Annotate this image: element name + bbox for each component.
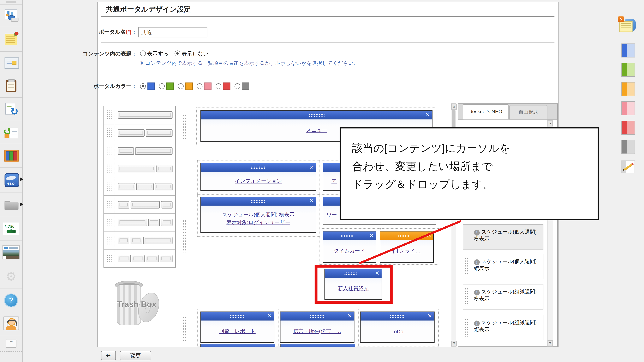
drag-handle-icon[interactable]: [464, 319, 469, 337]
change-button[interactable]: 変更: [120, 351, 151, 361]
drag-handle-icon[interactable]: [464, 288, 469, 306]
palette-item-schedule-org-vertical[interactable]: !スケジュール(組織週間) 縦表示: [463, 315, 543, 340]
sidebar-item-operator[interactable]: [0, 312, 22, 335]
theme-swatch-pink[interactable]: [622, 101, 635, 115]
content-link-timecard[interactable]: タイムカード: [334, 248, 365, 255]
drag-grip-icon[interactable]: [390, 315, 405, 318]
content-link-menu[interactable]: メニュー: [306, 127, 327, 134]
content-link-dengon[interactable]: 伝言・所在(伝言一…: [293, 328, 341, 335]
sidebar-item-tanomail[interactable]: たのめーる: [0, 217, 22, 241]
radio-show-title[interactable]: [140, 50, 146, 56]
theme-swatch-blue[interactable]: [622, 43, 635, 57]
content-link-schedule[interactable]: スケジュール(個人週間) 横表示: [222, 211, 294, 219]
content-link-todo[interactable]: ToDo: [392, 329, 404, 334]
drag-grip-icon[interactable]: [309, 114, 324, 117]
drag-handle-icon[interactable]: [104, 160, 115, 178]
palette-item-schedule-org-horizontal[interactable]: !スケジュール(組織週間) 横表示: [463, 284, 543, 310]
close-icon[interactable]: ✕: [309, 198, 314, 204]
back-button[interactable]: ↩: [101, 351, 116, 361]
close-icon[interactable]: ✕: [348, 313, 352, 319]
row-drag-handle[interactable]: [182, 114, 186, 139]
scroll-up-icon[interactable]: ▲: [452, 104, 457, 110]
layout-template-row-6[interactable]: [104, 196, 175, 214]
content-link-information[interactable]: インフォメーション: [235, 178, 282, 185]
sidebar-item-neo[interactable]: NEO: [0, 167, 22, 192]
content-box-information[interactable]: ✕ インフォメーション: [200, 163, 316, 191]
layout-template-row-4[interactable]: [104, 160, 175, 178]
drag-handle-icon[interactable]: [104, 124, 115, 142]
radio-hide-title[interactable]: [174, 50, 180, 56]
content-box-todo[interactable]: ✕ ToDo: [360, 312, 434, 343]
sidebar-item-text[interactable]: T: [0, 335, 22, 352]
theme-swatch-red[interactable]: [622, 121, 635, 135]
content-box-header[interactable]: ✕: [201, 111, 432, 120]
layout-template-row-2[interactable]: [104, 124, 175, 142]
drag-handle-icon[interactable]: [464, 257, 469, 275]
row-drag-handle[interactable]: [182, 316, 186, 341]
sidebar-item-circulation[interactable]: ↻: [0, 97, 22, 121]
sidebar-item-workflow[interactable]: ↺: [0, 121, 22, 144]
layout-template-row-8[interactable]: [104, 232, 175, 250]
theme-swatch-gray[interactable]: [622, 140, 635, 154]
drag-grip-icon[interactable]: [398, 234, 410, 238]
portal-color-radio-orange[interactable]: [178, 83, 184, 89]
close-icon[interactable]: ✕: [426, 112, 430, 118]
expand-arrow-icon[interactable]: [20, 202, 23, 206]
drag-handle-icon[interactable]: [104, 142, 115, 160]
portal-color-radio-pink[interactable]: [197, 83, 202, 89]
drag-handle-icon[interactable]: [104, 214, 115, 231]
content-link-covered-wa[interactable]: ワー: [326, 211, 337, 218]
sidebar-item-help[interactable]: ?: [0, 289, 22, 313]
drag-handle-icon[interactable]: [104, 250, 115, 267]
layout-template-row-1[interactable]: [104, 106, 175, 124]
trash-box-dropzone[interactable]: Trash Box: [107, 276, 166, 338]
portal-color-radio-blue[interactable]: [140, 83, 146, 89]
sidebar-item-portal[interactable]: [0, 4, 22, 27]
sidebar-item-settings[interactable]: ⚙: [0, 265, 22, 289]
scroll-down-icon[interactable]: ▼: [452, 341, 457, 346]
palette-item-schedule-personal-horizontal[interactable]: !スケジュール(個人週間) 横表示: [463, 224, 543, 250]
sidebar-item-photo[interactable]: [0, 240, 22, 265]
content-box-schedule[interactable]: ✕ スケジュール(個人週間) 横表示 表示対象:ログインユーザー: [200, 197, 316, 233]
content-link-kairan[interactable]: 回覧・レポート: [219, 328, 256, 335]
content-link-schedule-target[interactable]: 表示対象:ログインユーザー: [226, 219, 290, 227]
row-drag-handle[interactable]: [182, 220, 186, 252]
layout-template-row-9[interactable]: [104, 250, 175, 267]
close-icon[interactable]: ✕: [369, 232, 374, 238]
portal-color-radio-green[interactable]: [159, 83, 165, 89]
drag-grip-icon[interactable]: [340, 234, 353, 238]
drag-handle-icon[interactable]: [104, 106, 115, 124]
drag-handle-icon[interactable]: [104, 178, 115, 196]
close-icon[interactable]: ✕: [268, 313, 272, 319]
palette-item-schedule-personal-vertical[interactable]: !スケジュール(個人週間) 縦表示: [463, 254, 543, 279]
content-link-covered-a[interactable]: ア: [332, 178, 337, 185]
content-box-dengon[interactable]: ✕ 伝言・所在(伝言一…: [280, 312, 354, 343]
sidebar-item-bulletin[interactable]: [0, 51, 22, 74]
notes-badge-icon[interactable]: 5: [618, 18, 636, 34]
sidebar-item-partial[interactable]: [0, 0, 22, 4]
content-box-timecard[interactable]: ✕ タイムカード: [323, 231, 376, 263]
layout-template-row-3[interactable]: [104, 142, 175, 160]
expand-arrow-icon[interactable]: [20, 177, 23, 181]
sidebar-item-clipboard[interactable]: [0, 74, 22, 98]
edit-pencil-icon[interactable]: [622, 160, 635, 173]
tab-free-format[interactable]: 自由形式: [509, 105, 548, 119]
layout-template-row-5[interactable]: [104, 178, 175, 196]
portal-color-radio-red[interactable]: [216, 83, 221, 89]
drag-handle-icon[interactable]: [104, 196, 115, 214]
theme-swatch-orange[interactable]: [622, 82, 635, 96]
drag-handle-icon[interactable]: [104, 232, 115, 249]
close-icon[interactable]: ✕: [428, 313, 432, 319]
drag-grip-icon[interactable]: [230, 315, 245, 318]
theme-swatch-green[interactable]: [622, 63, 635, 77]
content-box-kairan[interactable]: ✕ 回覧・レポート: [200, 312, 274, 343]
scroll-down-icon[interactable]: ▼: [548, 340, 553, 346]
sidebar-item-folder[interactable]: [0, 192, 22, 217]
portal-name-input[interactable]: 共通: [138, 27, 208, 37]
portal-color-radio-gray[interactable]: [234, 83, 240, 89]
drag-grip-icon[interactable]: [250, 200, 266, 203]
close-icon[interactable]: ✕: [309, 164, 314, 170]
tab-desknets-neo[interactable]: desknet's NEO: [463, 104, 509, 119]
layout-template-row-7[interactable]: [104, 214, 175, 232]
sidebar-item-cabinet[interactable]: [0, 144, 22, 168]
